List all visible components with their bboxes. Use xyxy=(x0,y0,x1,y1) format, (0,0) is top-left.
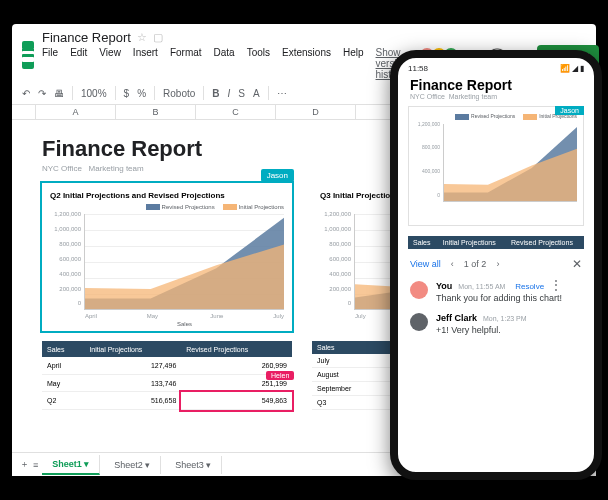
bold-icon[interactable]: B xyxy=(212,88,219,99)
next-comment-button[interactable]: › xyxy=(496,259,499,269)
active-cell: 549,863 xyxy=(181,392,292,410)
close-comments-button[interactable]: ✕ xyxy=(572,257,582,271)
zoom[interactable]: 100% xyxy=(81,88,107,99)
comment[interactable]: Jeff ClarkMon, 1:23 PM +1! Very helpful. xyxy=(410,313,582,335)
clock: 11:58 xyxy=(408,64,428,73)
comment[interactable]: YouMon, 11:55 AMResolve⋮ Thank you for a… xyxy=(410,281,582,303)
chart-q2[interactable]: Jason Q2 Initial Projections and Revised… xyxy=(42,183,292,331)
select-all-cell[interactable] xyxy=(12,105,36,119)
more-icon[interactable]: ⋯ xyxy=(277,88,287,99)
table-row: April127,496260,999 xyxy=(42,357,292,374)
phone-statusbar: 11:58 📶 ◢ ▮ xyxy=(398,58,594,75)
add-sheet-button[interactable]: ＋ xyxy=(20,458,29,471)
menu-data[interactable]: Data xyxy=(214,47,235,80)
format-percent-icon[interactable]: % xyxy=(137,88,146,99)
menu-file[interactable]: File xyxy=(42,47,58,80)
comment-pager: 1 of 2 xyxy=(464,259,487,269)
avatar xyxy=(410,313,428,331)
document-title[interactable]: Finance Report xyxy=(42,30,131,45)
comment-text: Thank you for adding this chart! xyxy=(436,293,562,303)
menu-edit[interactable]: Edit xyxy=(70,47,87,80)
mobile-preview: 11:58 📶 ◢ ▮ Finance Report NYC Office Ma… xyxy=(390,50,602,480)
menu-insert[interactable]: Insert xyxy=(133,47,158,80)
resolve-button[interactable]: Resolve xyxy=(515,282,544,291)
table-q2[interactable]: SalesInitial ProjectionsRevised Projecti… xyxy=(42,341,292,410)
view-all-link[interactable]: View all xyxy=(410,259,441,269)
all-sheets-button[interactable]: ≡ xyxy=(33,460,38,470)
sheets-logo-icon[interactable] xyxy=(22,41,34,69)
table-row: May133,746251,199 xyxy=(42,374,292,392)
sheet-tab[interactable]: Sheet2 ▾ xyxy=(104,456,161,474)
comment-text: +1! Very helpful. xyxy=(436,325,527,335)
star-icon[interactable]: ☆ xyxy=(137,31,147,44)
table-row: Q2516,658549,863 xyxy=(42,392,292,410)
status-icons: 📶 ◢ ▮ xyxy=(560,64,584,73)
sheet-tab[interactable]: Sheet3 ▾ xyxy=(165,456,222,474)
sheet-tab[interactable]: Sheet1 ▾ xyxy=(42,455,100,475)
menubar: File Edit View Insert Format Data Tools … xyxy=(42,45,408,80)
text-color-icon[interactable]: A xyxy=(253,88,260,99)
prev-comment-button[interactable]: ‹ xyxy=(451,259,454,269)
col-d[interactable]: D xyxy=(276,105,356,119)
menu-format[interactable]: Format xyxy=(170,47,202,80)
strike-icon[interactable]: S xyxy=(238,88,245,99)
italic-icon[interactable]: I xyxy=(228,88,231,99)
comment-menu-icon[interactable]: ⋮ xyxy=(550,281,562,289)
presence-tag-jason: Jason xyxy=(555,106,584,115)
chart-plot-area: 1,200,0001,000,000800,000600,000400,0002… xyxy=(84,214,284,310)
undo-icon[interactable]: ↶ xyxy=(22,88,30,99)
chart-legend: Revised Projections Initial Projections xyxy=(50,204,284,210)
col-c[interactable]: C xyxy=(196,105,276,119)
format-currency-icon[interactable]: $ xyxy=(124,88,130,99)
menu-extensions[interactable]: Extensions xyxy=(282,47,331,80)
comments-panel: View all ‹ 1 of 2 › ✕ YouMon, 11:55 AMRe… xyxy=(398,249,594,353)
redo-icon[interactable]: ↷ xyxy=(38,88,46,99)
col-a[interactable]: A xyxy=(36,105,116,119)
phone-table[interactable]: SalesInitial ProjectionsRevised Projecti… xyxy=(408,236,584,249)
phone-chart[interactable]: Jason Revised ProjectionsInitial Project… xyxy=(408,106,584,226)
presence-tag-jason: Jason xyxy=(261,169,294,182)
menu-view[interactable]: View xyxy=(99,47,121,80)
move-icon[interactable]: ▢ xyxy=(153,31,163,44)
presence-tag-helen: Helen xyxy=(266,371,294,380)
font-select[interactable]: Roboto xyxy=(163,88,195,99)
print-icon[interactable]: 🖶 xyxy=(54,88,64,99)
col-b[interactable]: B xyxy=(116,105,196,119)
phone-doc-subtitle: NYC Office Marketing team xyxy=(398,93,594,106)
avatar xyxy=(410,281,428,299)
menu-help[interactable]: Help xyxy=(343,47,364,80)
phone-doc-title: Finance Report xyxy=(398,75,594,93)
menu-tools[interactable]: Tools xyxy=(247,47,270,80)
chart-title: Q2 Initial Projections and Revised Proje… xyxy=(50,191,284,200)
